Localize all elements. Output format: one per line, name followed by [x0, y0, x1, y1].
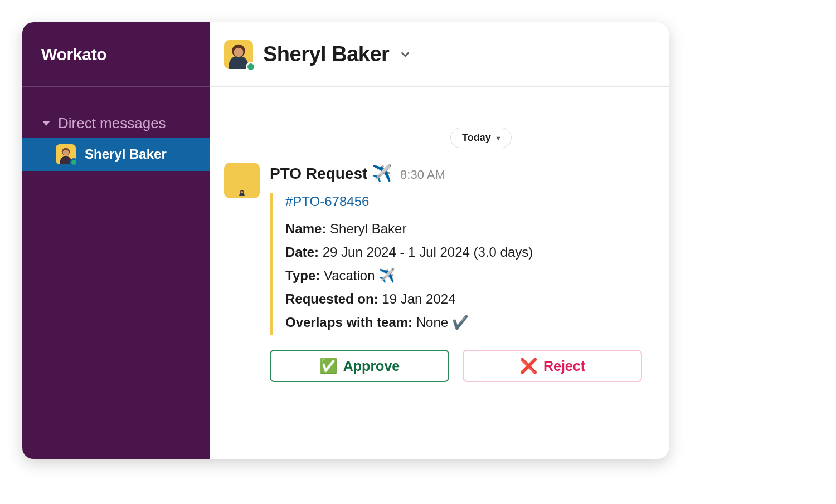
field-overlaps: Overlaps with team: None ✔️ — [285, 311, 654, 334]
action-buttons: ✅ Approve ❌ Reject — [270, 350, 654, 382]
message-header: PTO Request ✈️ 8:30 AM — [270, 163, 654, 183]
section-toggle-direct-messages[interactable]: Direct messages — [22, 109, 210, 138]
workspace-header[interactable]: Workato — [22, 22, 210, 87]
dm-item-sheryl-baker[interactable]: Sheryl Baker — [22, 138, 210, 171]
approve-button-label: Approve — [343, 358, 400, 374]
reject-button[interactable]: ❌ Reject — [463, 350, 642, 382]
app-window: Workato Direct messages Sheryl Baker — [22, 22, 669, 459]
chevron-down-icon: ▾ — [497, 134, 500, 142]
avatar — [224, 40, 253, 69]
section-label: Direct messages — [58, 115, 166, 132]
date-label: Today — [462, 132, 491, 144]
caret-down-icon — [42, 121, 50, 126]
pto-ticket-link[interactable]: #PTO-678456 — [285, 194, 369, 209]
message-body: PTO Request ✈️ 8:30 AM #PTO-678456 Name:… — [270, 163, 654, 382]
sidebar: Workato Direct messages Sheryl Baker — [22, 22, 210, 459]
check-icon: ✅ — [319, 358, 338, 375]
field-name: Name: Sheryl Baker — [285, 217, 654, 241]
presence-indicator — [246, 62, 256, 72]
approve-button[interactable]: ✅ Approve — [270, 350, 449, 382]
chat-title: Sheryl Baker — [263, 42, 389, 66]
field-date: Date: 29 Jun 2024 - 1 Jul 2024 (3.0 days… — [285, 241, 654, 264]
avatar — [56, 144, 76, 164]
svg-point-2 — [63, 150, 69, 156]
dm-item-label: Sheryl Baker — [85, 146, 167, 162]
message-title: PTO Request ✈️ — [270, 164, 392, 183]
field-type: Type: Vacation ✈️ — [285, 264, 654, 287]
date-pill[interactable]: Today ▾ — [450, 128, 512, 148]
sidebar-section-dms: Direct messages Sheryl Baker — [22, 87, 210, 171]
cross-icon: ❌ — [519, 358, 538, 375]
chat-pane: Sheryl Baker Today ▾ — [210, 22, 669, 459]
date-divider: Today ▾ — [210, 87, 669, 138]
avatar[interactable] — [224, 163, 260, 198]
message: PTO Request ✈️ 8:30 AM #PTO-678456 Name:… — [210, 138, 669, 382]
airplane-icon: ✈️ — [372, 164, 392, 182]
chat-header[interactable]: Sheryl Baker — [210, 22, 669, 87]
field-requested-on: Requested on: 19 Jan 2024 — [285, 287, 654, 311]
chevron-down-icon — [399, 48, 411, 61]
attachment-block: #PTO-678456 Name: Sheryl Baker Date: 29 … — [270, 193, 654, 335]
workspace-name: Workato — [41, 45, 106, 64]
svg-point-8 — [241, 191, 243, 193]
presence-indicator — [70, 158, 78, 167]
avatar-image — [239, 187, 245, 198]
svg-point-5 — [234, 47, 244, 57]
message-timestamp: 8:30 AM — [400, 168, 445, 182]
reject-button-label: Reject — [543, 358, 585, 374]
